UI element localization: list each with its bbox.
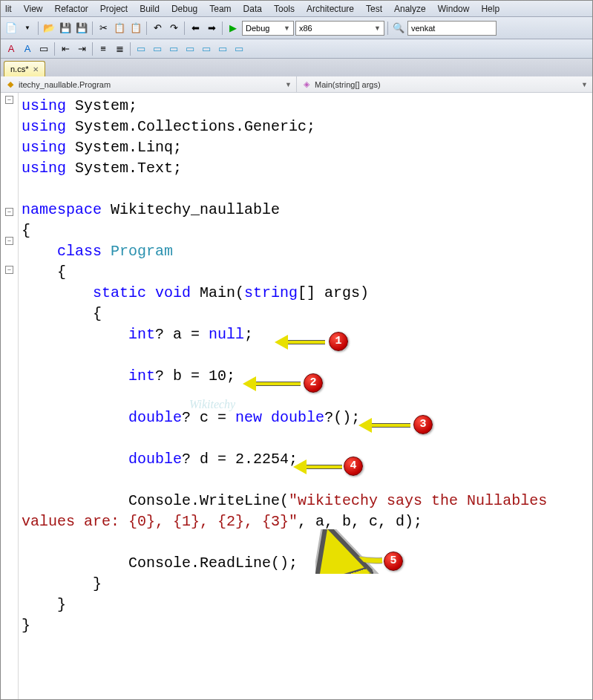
- nav-scope: itechy_naullable.Program: [19, 80, 111, 89]
- arrow-line: [307, 465, 342, 469]
- close-icon[interactable]: ✕: [33, 65, 39, 73]
- fold-icon[interactable]: −: [5, 266, 13, 274]
- dropdown-icon[interactable]: ▼: [20, 21, 35, 36]
- menu-refactor[interactable]: Refactor: [48, 2, 94, 16]
- annotations: 1 2 3 4 5: [19, 93, 592, 699]
- chevron-down-icon: ▼: [285, 81, 292, 88]
- menu-help[interactable]: Help: [475, 2, 505, 16]
- arrow-icon: [315, 529, 404, 574]
- redo-icon[interactable]: ↷: [166, 21, 181, 36]
- window-icon[interactable]: ▭: [215, 42, 230, 56]
- code-editor[interactable]: − − − − using System; using System.Colle…: [1, 93, 592, 699]
- uncomment-icon[interactable]: ≣: [112, 42, 127, 56]
- search-value: venkat: [411, 24, 435, 33]
- annotation-bubble-3: 3: [413, 415, 433, 434]
- text-icon-2[interactable]: A: [20, 42, 35, 56]
- menu-edit[interactable]: lit: [4, 2, 18, 16]
- menu-architecture[interactable]: Architecture: [301, 2, 360, 16]
- save-all-icon[interactable]: 💾: [74, 21, 89, 36]
- menu-team[interactable]: Team: [203, 2, 237, 16]
- menu-window[interactable]: Window: [432, 2, 476, 16]
- undo-icon[interactable]: ↶: [150, 21, 165, 36]
- arrow-line: [256, 382, 301, 386]
- fold-icon[interactable]: −: [5, 208, 13, 216]
- search-input[interactable]: venkat: [407, 21, 497, 36]
- indent-dec-icon[interactable]: ⇤: [58, 42, 73, 56]
- toolbar-main: 📄 ▼ 📂 💾 💾 ✂ 📋 📋 ↶ ↷ ⬅ ➡ ▶ Debug ▼ x86 ▼ …: [1, 17, 592, 39]
- arrow-line: [288, 340, 325, 344]
- annotation-bubble-1: 1: [329, 332, 348, 351]
- indent-inc-icon[interactable]: ⇥: [74, 42, 89, 56]
- menu-test[interactable]: Test: [360, 2, 388, 16]
- copy-icon[interactable]: 📋: [112, 21, 127, 36]
- paste-icon[interactable]: 📋: [128, 21, 143, 36]
- toolbar-text: A A ▭ ⇤ ⇥ ≡ ≣ ▭ ▭ ▭ ▭ ▭ ▭ ▭: [1, 39, 592, 59]
- fold-icon[interactable]: −: [5, 237, 13, 245]
- code-content[interactable]: using System; using System.Collections.G…: [19, 93, 592, 699]
- platform-combo[interactable]: x86 ▼: [295, 21, 384, 36]
- menu-view[interactable]: View: [18, 2, 49, 16]
- arrow-line: [372, 423, 410, 428]
- tab-strip: n.cs* ✕: [1, 59, 592, 76]
- nav-member-combo[interactable]: ◈ Main(string[] args) ▼: [297, 76, 592, 92]
- nav-bar: ◆ itechy_naullable.Program ▼ ◈ Main(stri…: [1, 76, 592, 93]
- nav-fwd-icon[interactable]: ➡: [204, 21, 219, 36]
- menu-project[interactable]: Project: [94, 2, 134, 16]
- method-icon: ◈: [301, 79, 312, 90]
- window-icon[interactable]: ▭: [150, 42, 165, 56]
- highlight-icon[interactable]: ▭: [36, 42, 51, 56]
- window-icon[interactable]: ▭: [134, 42, 148, 56]
- start-icon[interactable]: ▶: [226, 21, 240, 36]
- find-icon[interactable]: 🔍: [391, 21, 406, 36]
- nav-member: Main(string[] args): [315, 80, 381, 89]
- text-icon[interactable]: A: [4, 42, 19, 56]
- menu-data[interactable]: Data: [237, 2, 268, 16]
- window-icon[interactable]: ▭: [199, 42, 214, 56]
- nav-scope-combo[interactable]: ◆ itechy_naullable.Program ▼: [1, 76, 297, 92]
- cut-icon[interactable]: ✂: [96, 21, 111, 36]
- fold-icon[interactable]: −: [5, 96, 13, 104]
- annotation-bubble-2: 2: [304, 373, 323, 393]
- menu-bar: lit View Refactor Project Build Debug Te…: [1, 1, 592, 17]
- config-combo[interactable]: Debug ▼: [242, 21, 294, 36]
- arrow-icon: [275, 335, 288, 350]
- new-project-icon[interactable]: 📄: [4, 21, 19, 36]
- arrow-icon: [243, 376, 256, 391]
- chevron-down-icon: ▼: [581, 81, 588, 88]
- config-value: Debug: [246, 24, 269, 33]
- window-icon[interactable]: ▭: [166, 42, 181, 56]
- chevron-down-icon: ▼: [284, 24, 290, 32]
- file-tab[interactable]: n.cs* ✕: [4, 61, 45, 76]
- annotation-bubble-4: 4: [344, 457, 363, 476]
- menu-tools[interactable]: Tools: [268, 2, 301, 16]
- menu-analyze[interactable]: Analyze: [388, 2, 432, 16]
- comment-icon[interactable]: ≡: [96, 42, 111, 56]
- class-icon: ◆: [5, 79, 16, 90]
- menu-build[interactable]: Build: [134, 2, 166, 16]
- window-icon[interactable]: ▭: [183, 42, 197, 56]
- open-icon[interactable]: 📂: [42, 21, 56, 36]
- tab-label: n.cs*: [10, 65, 28, 73]
- nav-back-icon[interactable]: ⬅: [188, 21, 203, 36]
- gutter: − − − −: [1, 93, 19, 699]
- annotation-bubble-5: 5: [384, 552, 403, 571]
- watermark: Wikitechy: [189, 394, 235, 415]
- arrow-icon: [358, 418, 372, 433]
- chevron-down-icon: ▼: [374, 24, 381, 32]
- window-icon[interactable]: ▭: [232, 42, 246, 56]
- save-icon[interactable]: 💾: [58, 21, 73, 36]
- platform-value: x86: [299, 24, 312, 33]
- menu-debug[interactable]: Debug: [166, 2, 203, 16]
